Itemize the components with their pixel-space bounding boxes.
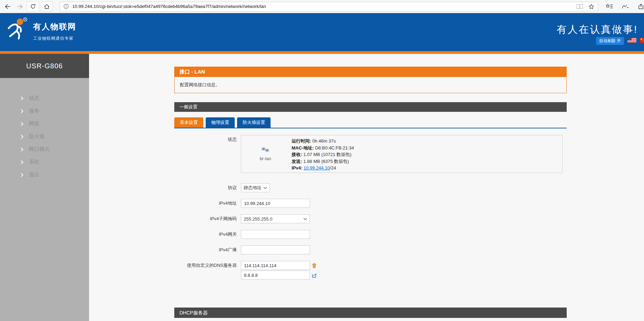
sidebar-item-firewall[interactable]: 防火墙 — [0, 130, 89, 143]
tab-firewall-settings[interactable]: 防火墙设置 — [237, 117, 271, 128]
share-icon[interactable] — [638, 4, 644, 9]
tab-basic-settings[interactable]: 基本设置 — [174, 117, 203, 128]
site-header: R 有人物联网 工业物联网通信专家 有人在认真做事! 自动刷新 开 — [0, 13, 644, 51]
delete-dns-icon[interactable] — [312, 263, 316, 268]
accent-divider — [0, 51, 644, 54]
interface-name: br-lan — [260, 156, 271, 161]
ipv4-netmask-label: IPv4子网掩码 — [174, 214, 241, 223]
brand-block: 有人物联网 工业物联网通信专家 — [33, 21, 76, 41]
brand-subtitle: 工业物联网通信专家 — [33, 36, 76, 41]
mac-line: MAC-地址: D8:B0:4C:FB:21:34 — [292, 145, 562, 152]
sidebar-menu: 状态 服务 网络 防火墙 网口模式 — [0, 78, 89, 181]
ipv4-broadcast-field[interactable] — [241, 245, 310, 254]
chevron-right-icon — [21, 135, 23, 139]
ethernet-adapter-icon — [262, 147, 269, 154]
ipv4-address-label: IPv4地址 — [174, 199, 241, 208]
ipv4-line: IPv4: 10.99.244.10/24 — [292, 165, 562, 172]
chevron-right-icon — [21, 109, 23, 113]
ipv4-gateway-row: IPv4网关 — [174, 230, 567, 239]
chevron-down-icon — [263, 187, 267, 189]
status-row: 状态 — [174, 135, 567, 173]
usr-logo-icon: R — [6, 17, 28, 41]
sidebar-item-services[interactable]: 服务 — [0, 105, 89, 117]
chevron-right-icon — [21, 160, 23, 164]
status-label: 状态 — [174, 135, 241, 173]
reading-view-icon[interactable] — [576, 4, 583, 9]
header-slogan: 有人在认真做事! — [557, 23, 638, 37]
auto-refresh-toggle[interactable]: 自动刷新 开 — [596, 37, 624, 45]
tab-physical-settings[interactable]: 物理设置 — [206, 117, 235, 128]
ipv4-netmask-row: IPv4子网掩码 255.255.255.0 — [174, 214, 567, 223]
ipv4-address-field[interactable] — [241, 199, 310, 208]
browser-toolbar: 10.99.244.10/cgi-bin/luci/;stok=e5def047… — [0, 0, 644, 13]
chevron-right-icon — [21, 96, 23, 100]
dns-row: 使用自定义的DNS服务器 — [174, 261, 567, 280]
home-icon[interactable] — [41, 1, 53, 12]
ipv4-broadcast-row: IPv4广播 — [174, 245, 567, 254]
tx-line: 发送: 1.88 MB (6375 数据包) — [292, 158, 562, 165]
brand-title: 有人物联网 — [33, 21, 76, 32]
hub-favorites-icon[interactable] — [606, 3, 613, 9]
url-text[interactable]: 10.99.244.10/cgi-bin/luci/;stok=e5def047… — [72, 4, 266, 9]
add-dns-icon[interactable] — [312, 273, 317, 278]
page-description: 配置网络接口信息。 — [174, 77, 567, 93]
ipv4-broadcast-label: IPv4广播 — [174, 245, 241, 254]
address-bar[interactable]: 10.99.244.10/cgi-bin/luci/;stok=e5def047… — [60, 2, 598, 11]
sidebar-item-system[interactable]: 系统 — [0, 156, 89, 168]
protocol-label: 协议 — [174, 183, 241, 192]
back-icon[interactable] — [2, 1, 13, 12]
interface-status-box: br-lan 运行时间: 0h 46m 37s MAC-地址: D8:B0:4C… — [241, 135, 563, 173]
dns-field-2[interactable] — [241, 271, 310, 280]
page-title: 接口 - LAN — [174, 67, 567, 77]
ipv4-netmask-select[interactable]: 255.255.255.0 — [241, 214, 310, 223]
chevron-down-icon — [303, 218, 307, 220]
chevron-right-icon — [21, 147, 23, 152]
uptime-line: 运行时间: 0h 46m 37s — [292, 138, 562, 145]
us-flag-icon[interactable] — [627, 38, 636, 44]
device-name: USR-G806 — [0, 54, 89, 78]
dns-label: 使用自定义的DNS服务器 — [174, 261, 241, 280]
ipv4-address-link[interactable]: 10.99.244.10 — [304, 165, 330, 171]
sidebar-item-status[interactable]: 状态 — [0, 92, 89, 105]
ipv4-gateway-field[interactable] — [241, 230, 310, 239]
china-flag-icon[interactable] — [640, 38, 644, 44]
rx-line: 接收: 1.07 MB (10721 数据包) — [292, 151, 562, 158]
chevron-right-icon — [21, 173, 23, 177]
sidebar-item-logout[interactable]: 退出 — [0, 168, 89, 181]
ipv4-address-row: IPv4地址 — [174, 199, 567, 208]
settings-tabs: 基本设置 物理设置 防火墙设置 — [174, 117, 567, 128]
site-info-icon[interactable] — [64, 4, 69, 9]
dns-field-1[interactable] — [241, 261, 310, 270]
screen: 10.99.244.10/cgi-bin/luci/;stok=e5def047… — [0, 0, 644, 321]
sidebar: USR-G806 状态 服务 网络 防火墙 — [0, 54, 89, 321]
section-general-settings: 一般设置 — [174, 102, 567, 112]
sidebar-item-network[interactable]: 网络 — [0, 117, 89, 130]
toolbar-right-icons — [606, 3, 644, 9]
main-area: 接口 - LAN 配置网络接口信息。 一般设置 基本设置 物理设置 防火墙设置 … — [89, 54, 644, 321]
protocol-select[interactable]: 静态地址 — [241, 183, 270, 192]
section-dhcp-server: DHCP服务器 — [174, 308, 567, 318]
chevron-right-icon — [21, 122, 23, 126]
sidebar-item-port-mode[interactable]: 网口模式 — [0, 143, 89, 156]
svg-text:R: R — [24, 18, 26, 21]
refresh-icon[interactable] — [27, 1, 39, 12]
web-note-pen-icon[interactable] — [622, 4, 629, 9]
ipv4-gateway-label: IPv4网关 — [174, 230, 241, 239]
protocol-row: 协议 静态地址 — [174, 183, 567, 192]
forward-icon[interactable] — [14, 1, 26, 12]
favorite-star-icon[interactable] — [588, 4, 594, 9]
